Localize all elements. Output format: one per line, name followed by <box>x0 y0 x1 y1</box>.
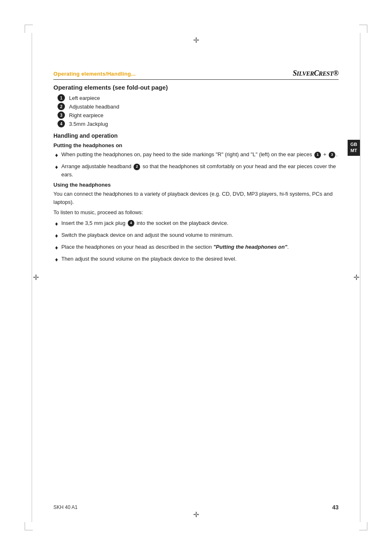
content-area: Operating elements/Handling... SILVERCRE… <box>53 69 339 267</box>
using-intro2: To listen to music, proceed as follows: <box>53 208 339 217</box>
bullet-4-text: Switch the playback device on and adjust… <box>61 231 233 239</box>
diamond-icon-3: ♦ <box>55 220 58 228</box>
brand-silver: SILVER <box>293 69 314 77</box>
crosshair-left: ✛ <box>32 273 40 282</box>
diamond-icon-2: ♦ <box>55 163 58 171</box>
badge-2: 2 <box>58 103 65 110</box>
brand-dot: ® <box>333 69 339 77</box>
page-header: Operating elements/Handling... SILVERCRE… <box>53 69 339 80</box>
bullet-arrange-headband: ♦ Arrange adjustable headband 2 so that … <box>55 162 339 178</box>
badge-3: 3 <box>58 111 65 119</box>
bullet-5-text: Place the headphones on your head as des… <box>61 243 289 251</box>
subsection-using: Using the headphones You can connect the… <box>53 182 339 264</box>
lang-gb: GB <box>350 141 357 148</box>
bullet-6-text: Then adjust the sound volume on the play… <box>61 255 236 263</box>
item-4-label: 3.5mm Jackplug <box>69 121 108 127</box>
subsection2-title: Using the headphones <box>53 182 339 188</box>
using-bullets: ♦ Insert the 3,5 mm jack plug 4 into the… <box>55 219 339 264</box>
inline-badge-2: 2 <box>134 164 140 170</box>
crosshair-bottom: ✛ <box>192 511 200 519</box>
item-2-label: Adjustable headband <box>69 104 119 110</box>
list-item-2: 2 Adjustable headband <box>58 103 339 110</box>
page: ✛ ✛ ✛ ✛ GB MT Operating elements/Handlin… <box>0 0 392 555</box>
bullet-switch-on: ♦ Switch the playback device on and adju… <box>55 231 339 240</box>
model-number: SKH 40 A1 <box>53 504 78 510</box>
subsection1-title: Putting the headphones on <box>53 142 339 148</box>
crosshair-right: ✛ <box>352 273 360 282</box>
crosshair-top: ✛ <box>192 36 200 44</box>
list-item-3: 3 Right earpiece <box>58 111 339 119</box>
badge-4: 4 <box>58 120 65 127</box>
bullet-3-text: Insert the 3,5 mm jack plug 4 into the s… <box>61 219 228 227</box>
inline-badge-1: 1 <box>314 152 321 158</box>
section1-title: Operating elements (see fold-out page) <box>53 84 339 91</box>
using-intro: You can connect the headphones to a vari… <box>53 190 339 206</box>
list-item-4: 4 3.5mm Jackplug <box>58 120 339 127</box>
subsection-putting-on: Putting the headphones on ♦ When putting… <box>53 142 339 178</box>
section-handling: Handling and operation Putting the headp… <box>53 132 339 264</box>
item-3-label: Right earpiece <box>69 112 104 118</box>
inline-badge-4: 4 <box>128 220 134 227</box>
corner-mark-br <box>359 522 367 530</box>
section2-title: Handling and operation <box>53 132 339 139</box>
diamond-icon-1: ♦ <box>55 151 58 160</box>
bullet-adjust-volume: ♦ Then adjust the sound volume on the pl… <box>55 255 339 264</box>
bullet-1-text: When putting the headphones on, pay heed… <box>61 150 337 159</box>
italic-ref: "Putting the headphones on" <box>213 244 287 250</box>
corner-mark-tl <box>25 25 33 33</box>
operating-elements-list: 1 Left earpiece 2 Adjustable headband 3 … <box>58 94 339 127</box>
brand-crest: CREST <box>314 69 333 77</box>
diamond-icon-5: ♦ <box>55 243 58 252</box>
badge-1: 1 <box>58 94 65 102</box>
diamond-icon-4: ♦ <box>55 231 58 240</box>
brand-logo: SILVERCREST® <box>293 69 339 78</box>
corner-mark-bl <box>25 522 33 530</box>
page-number: 43 <box>332 504 339 511</box>
list-item-1: 1 Left earpiece <box>58 94 339 102</box>
putting-on-bullets: ♦ When putting the headphones on, pay he… <box>55 150 339 178</box>
page-footer: SKH 40 A1 43 <box>53 504 339 511</box>
inline-badge-3: 3 <box>329 152 335 158</box>
item-1-label: Left earpiece <box>69 95 100 101</box>
corner-mark-tr <box>359 25 367 33</box>
bullet-insert-plug: ♦ Insert the 3,5 mm jack plug 4 into the… <box>55 219 339 228</box>
section-operating-elements: Operating elements (see fold-out page) 1… <box>53 84 339 127</box>
diamond-icon-6: ♦ <box>55 255 58 264</box>
lang-mt: MT <box>350 148 357 154</box>
bullet-side-markings: ♦ When putting the headphones on, pay he… <box>55 150 339 160</box>
header-title: Operating elements/Handling... <box>53 71 293 77</box>
language-badge: GB MT <box>348 140 360 156</box>
bullet-2-text: Arrange adjustable headband 2 so that th… <box>61 162 339 178</box>
bullet-place-headphones: ♦ Place the headphones on your head as d… <box>55 243 339 252</box>
